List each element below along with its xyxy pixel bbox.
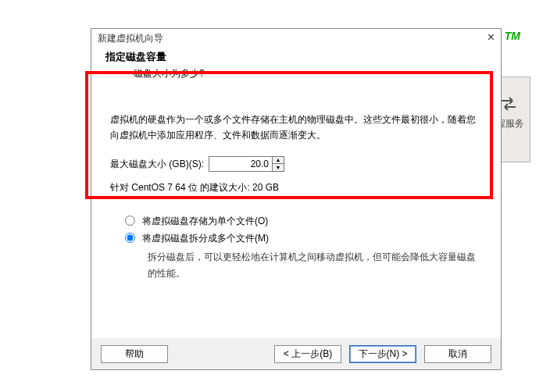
radio-single-file-input[interactable] xyxy=(125,216,135,226)
disk-description: 虚拟机的硬盘作为一个或多个文件存储在主机的物理磁盘中。这些文件最初很小，随着您向… xyxy=(110,112,482,144)
dialog-footer: 帮助 < 上一步(B) 下一步(N) > 取消 xyxy=(91,338,501,369)
radio-multiple-files[interactable]: 将虚拟磁盘拆分成多个文件(M) xyxy=(121,230,482,246)
close-icon[interactable]: × xyxy=(488,32,495,43)
spinner-down-icon[interactable]: ▼ xyxy=(273,164,284,171)
next-button[interactable]: 下一步(N) > xyxy=(349,345,416,363)
recommended-size-text: 针对 CentOS 7 64 位 的建议大小: 20 GB xyxy=(110,180,482,195)
radio-multiple-files-note: 拆分磁盘后，可以更轻松地在计算机之间移动虚拟机，但可能会降低大容量磁盘的性能。 xyxy=(121,249,482,281)
disk-size-input[interactable] xyxy=(209,156,273,172)
dialog-title: 新建虚拟机向导 xyxy=(91,29,501,47)
spinner-up-icon[interactable]: ▲ xyxy=(273,157,284,165)
radio-multiple-files-input[interactable] xyxy=(125,233,135,243)
radio-single-file[interactable]: 将虚拟磁盘存储为单个文件(O) xyxy=(121,213,482,229)
max-disk-size-label: 最大磁盘大小 (GB)(S): xyxy=(110,156,204,172)
page-title: 指定磁盘容量 xyxy=(105,50,487,64)
disk-size-spinner[interactable]: ▲ ▼ xyxy=(209,156,284,172)
help-button[interactable]: 帮助 xyxy=(101,345,168,363)
new-vm-wizard-dialog: 新建虚拟机向导 × 指定磁盘容量 磁盘大小为多少? 虚拟机的硬盘作为一个或多个文… xyxy=(91,28,502,370)
radio-single-file-label: 将虚拟磁盘存储为单个文件(O) xyxy=(142,213,268,229)
back-button[interactable]: < 上一步(B) xyxy=(274,345,341,363)
cancel-button[interactable]: 取消 xyxy=(424,345,491,363)
tm-mark: TM xyxy=(505,30,520,42)
page-subtitle: 磁盘大小为多少? xyxy=(105,64,487,80)
radio-multiple-files-label: 将虚拟磁盘拆分成多个文件(M) xyxy=(142,230,269,246)
